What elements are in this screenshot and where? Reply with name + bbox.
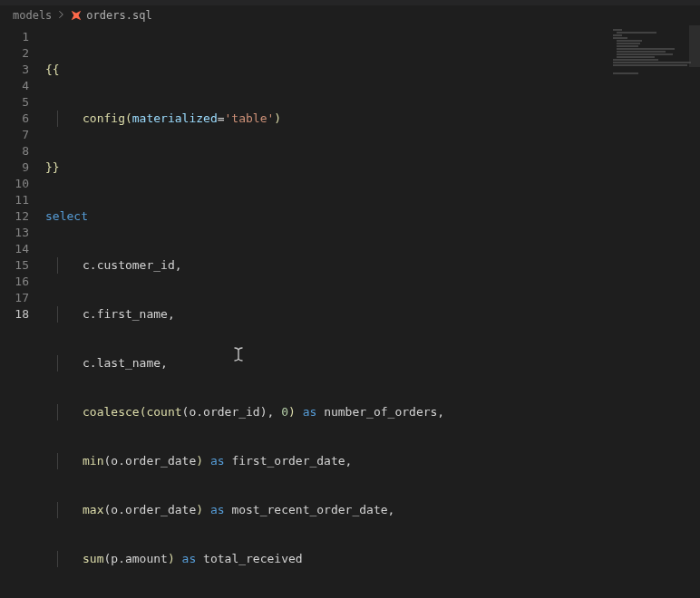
code-line[interactable]: coalesce(count(o.order_id), 0) as number… (45, 404, 700, 420)
breadcrumb-filename[interactable]: orders.sql (86, 9, 151, 22)
line-number: 17 (0, 290, 29, 306)
code-line[interactable]: sum(p.amount) as total_received (45, 551, 700, 567)
line-number: 13 (0, 225, 29, 241)
line-number: 3 (0, 62, 29, 78)
code-line[interactable]: c.first_name, (45, 306, 700, 323)
editor-area[interactable]: 1 2 3 4 5 6 7 8 9 10 11 12 13 14 15 16 1… (0, 25, 700, 598)
code-line[interactable]: c.customer_id, (45, 257, 700, 274)
code-content[interactable]: {{ config(materialized='table') }} selec… (45, 25, 700, 598)
line-number: 5 (0, 94, 29, 111)
line-number: 14 (0, 241, 29, 257)
code-line[interactable]: config(materialized='table') (45, 111, 700, 127)
code-line[interactable]: max(o.order_date) as most_recent_order_d… (45, 502, 700, 518)
line-number: 12 (0, 208, 29, 225)
code-line[interactable]: select (45, 208, 700, 225)
line-number: 8 (0, 143, 29, 159)
line-number: 4 (0, 78, 29, 94)
line-number: 1 (0, 29, 29, 45)
code-line[interactable]: min(o.order_date) as first_order_date, (45, 453, 700, 469)
code-line[interactable]: c.last_name, (45, 355, 700, 371)
breadcrumb[interactable]: models orders.sql (0, 5, 700, 25)
line-number: 15 (0, 257, 29, 274)
breadcrumb-folder[interactable]: models (13, 9, 52, 22)
dbt-file-icon (70, 9, 83, 22)
line-number: 11 (0, 192, 29, 208)
vertical-scrollbar[interactable] (689, 25, 700, 67)
line-number-gutter: 1 2 3 4 5 6 7 8 9 10 11 12 13 14 15 16 1… (0, 25, 45, 598)
line-number: 9 (0, 159, 29, 176)
chevron-right-icon (55, 9, 66, 23)
line-number: 10 (0, 176, 29, 192)
line-number: 2 (0, 45, 29, 62)
line-number: 7 (0, 127, 29, 143)
code-line[interactable]: }} (45, 159, 700, 176)
line-number: 16 (0, 274, 29, 290)
line-number: 18 (0, 306, 29, 323)
line-number: 6 (0, 111, 29, 127)
code-line[interactable]: {{ (45, 62, 700, 78)
